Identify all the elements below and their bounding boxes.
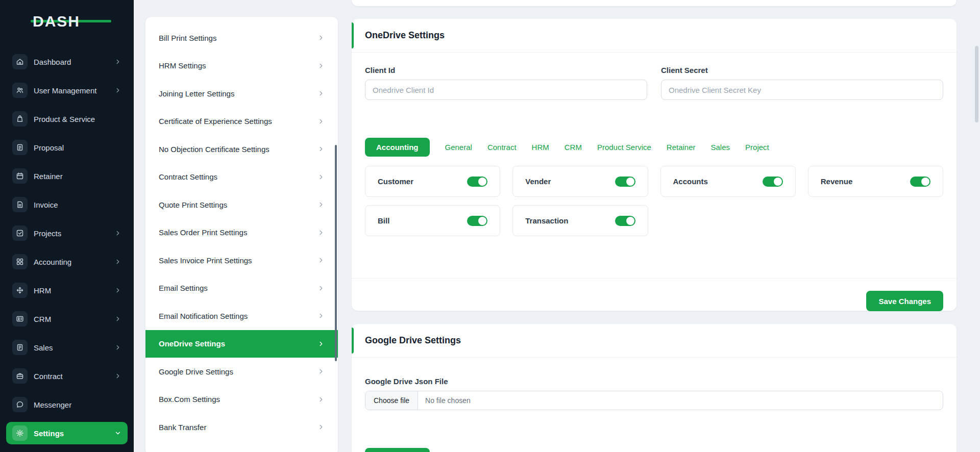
sidebar-item-projects[interactable]: Projects	[6, 222, 128, 244]
onedrive-fields: Client Id Client Secret	[365, 66, 943, 100]
chevron-right-icon	[317, 118, 325, 125]
sidebar-item-messenger[interactable]: Messenger	[6, 393, 128, 416]
settings-menu-item-onedrive[interactable]: OneDrive Settings	[145, 330, 338, 358]
transaction-toggle[interactable]	[615, 216, 635, 226]
settings-menu-item-hrm[interactable]: HRM Settings	[145, 52, 338, 80]
settings-menu-item-label: Sales Order Print Settings	[159, 228, 247, 237]
google-drive-card-body: Google Drive Json File Choose file No fi…	[352, 358, 957, 423]
settings-menu-item-quote-print[interactable]: Quote Print Settings	[145, 191, 338, 219]
settings-menu-item-label: Joining Letter Settings	[159, 89, 234, 98]
settings-menu-item-partial[interactable]: Payment Settings	[145, 441, 338, 452]
chevron-right-icon	[114, 344, 121, 351]
chevron-right-icon	[317, 173, 325, 181]
calendar-icon	[12, 168, 28, 184]
client-secret-label: Client Secret	[661, 66, 943, 74]
settings-menu-item-label: Quote Print Settings	[159, 200, 227, 209]
tab-crm[interactable]: CRM	[565, 143, 582, 152]
toggle-box-vender: Vender	[512, 166, 648, 197]
sidebar-item-invoice[interactable]: Invoice	[6, 193, 128, 216]
tab-hrm[interactable]: HRM	[532, 143, 549, 152]
toggle-label: Accounts	[673, 177, 708, 186]
onedrive-card-header: OneDrive Settings	[352, 19, 957, 53]
sidebar-item-label: Messenger	[34, 400, 71, 409]
sidebar-item-contract[interactable]: Contract	[6, 365, 128, 387]
sidebar-item-label: Proposal	[34, 143, 64, 152]
sidebar-item-crm[interactable]: CRM	[6, 308, 128, 330]
sidebar-item-accounting[interactable]: Accounting	[6, 250, 128, 273]
users-icon	[12, 83, 28, 98]
google-drive-json-file-input[interactable]: Choose file No file chosen	[365, 391, 943, 410]
settings-menu-item-label: Certificate of Experience Settings	[159, 117, 272, 125]
chevron-right-icon	[317, 90, 325, 97]
chevron-right-icon	[317, 257, 325, 264]
chevron-down-icon	[114, 430, 121, 437]
chevron-right-icon	[317, 368, 325, 375]
chevron-right-icon	[317, 312, 325, 319]
tab-contract[interactable]: Contract	[487, 143, 517, 152]
sidebar-item-label: Accounting	[34, 258, 71, 266]
settings-menu-scrollbar[interactable]	[335, 145, 337, 361]
tab-accounting-partial[interactable]: Accounting	[365, 448, 430, 452]
tab-project[interactable]: Project	[745, 143, 769, 152]
customer-toggle[interactable]	[467, 177, 487, 187]
settings-menu-panel: Bill Print Settings HRM Settings Joining…	[145, 17, 338, 452]
settings-menu-item-sales-invoice-print[interactable]: Sales Invoice Print Settings	[145, 246, 338, 274]
check-square-icon	[12, 225, 28, 241]
sidebar-item-retainer[interactable]: Retainer	[6, 165, 128, 187]
tab-sales[interactable]: Sales	[711, 143, 730, 152]
accounts-toggle[interactable]	[763, 177, 783, 187]
chevron-right-icon	[317, 145, 325, 153]
toggle-label: Transaction	[525, 216, 568, 225]
settings-menu-item-label: Contract Settings	[159, 172, 217, 181]
tab-general[interactable]: General	[445, 143, 472, 152]
onedrive-settings-card: OneDrive Settings Client Id Client Secre…	[352, 19, 957, 311]
sidebar-item-settings[interactable]: Settings	[6, 422, 128, 444]
revenue-toggle[interactable]	[910, 177, 930, 187]
save-changes-button[interactable]: Save Changes	[866, 291, 943, 311]
client-id-input[interactable]	[365, 80, 647, 100]
choose-file-button[interactable]: Choose file	[365, 391, 418, 410]
id-card-icon	[12, 311, 28, 327]
settings-menu-item-no-objection[interactable]: No Objection Certificate Settings	[145, 135, 338, 163]
sidebar-item-hrm[interactable]: HRM	[6, 279, 128, 302]
gear-icon	[12, 425, 28, 441]
settings-menu-item-bank-transfer[interactable]: Bank Transfer	[145, 413, 338, 441]
settings-menu-item-certificate-experience[interactable]: Certificate of Experience Settings	[145, 108, 338, 136]
file-text-icon	[12, 340, 28, 355]
settings-menu-item-bill-print[interactable]: Bill Print Settings	[145, 24, 338, 52]
toggle-label: Revenue	[821, 177, 853, 186]
toggle-label: Vender	[525, 177, 551, 186]
vender-toggle[interactable]	[615, 177, 635, 187]
client-id-label: Client Id	[365, 66, 647, 74]
client-secret-field-group: Client Secret	[661, 66, 943, 100]
sidebar-item-user-management[interactable]: User Management	[6, 79, 128, 102]
sidebar-item-label: Contract	[34, 372, 63, 381]
settings-menu-item-email-notification[interactable]: Email Notification Settings	[145, 302, 338, 330]
client-secret-input[interactable]	[661, 80, 943, 100]
briefcase-icon	[12, 368, 28, 384]
tab-product-service[interactable]: Product Service	[597, 143, 651, 152]
tab-retainer[interactable]: Retainer	[667, 143, 696, 152]
google-drive-json-file-label: Google Drive Json File	[365, 377, 943, 386]
sidebar: DASH Dashboard User Management Product &…	[0, 0, 134, 452]
toggle-box-accounts: Accounts	[660, 166, 796, 197]
sidebar-item-sales[interactable]: Sales	[6, 336, 128, 359]
settings-menu-item-contract[interactable]: Contract Settings	[145, 163, 338, 191]
bill-toggle[interactable]	[467, 216, 487, 226]
settings-menu-item-boxcom[interactable]: Box.Com Settings	[145, 386, 338, 414]
settings-menu-item-joining-letter[interactable]: Joining Letter Settings	[145, 80, 338, 108]
settings-menu-item-label: HRM Settings	[159, 61, 206, 70]
settings-menu-item-label: Email Settings	[159, 284, 208, 292]
sidebar-item-label: CRM	[34, 315, 51, 323]
sidebar-item-proposal[interactable]: Proposal	[6, 136, 128, 159]
sidebar-item-product-service[interactable]: Product & Service	[6, 108, 128, 130]
no-file-chosen-text: No file chosen	[425, 396, 471, 405]
page-scrollbar[interactable]	[975, 46, 978, 122]
sidebar-item-dashboard[interactable]: Dashboard	[6, 51, 128, 73]
settings-menu-item-email[interactable]: Email Settings	[145, 274, 338, 303]
settings-menu-item-sales-order-print[interactable]: Sales Order Print Settings	[145, 219, 338, 247]
toggle-grid: Customer Vender Accounts Revenue Bill Tr…	[365, 166, 943, 236]
toggle-label: Customer	[378, 177, 413, 186]
tab-accounting[interactable]: Accounting	[365, 138, 430, 157]
settings-menu-item-google-drive[interactable]: Google Drive Settings	[145, 358, 338, 386]
